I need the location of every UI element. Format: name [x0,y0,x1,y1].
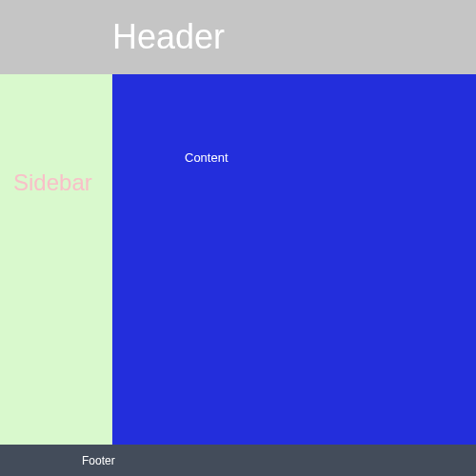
header-title: Header [112,17,225,57]
sidebar-region: Sidebar [0,74,112,445]
sidebar-label: Sidebar [13,169,92,195]
footer-region: Footer [0,445,476,476]
content-label: Content [185,150,228,165]
header-region: Header [0,0,476,74]
content-region: Content [112,74,476,445]
middle-region: Sidebar Content [0,74,476,445]
footer-label: Footer [82,454,115,467]
